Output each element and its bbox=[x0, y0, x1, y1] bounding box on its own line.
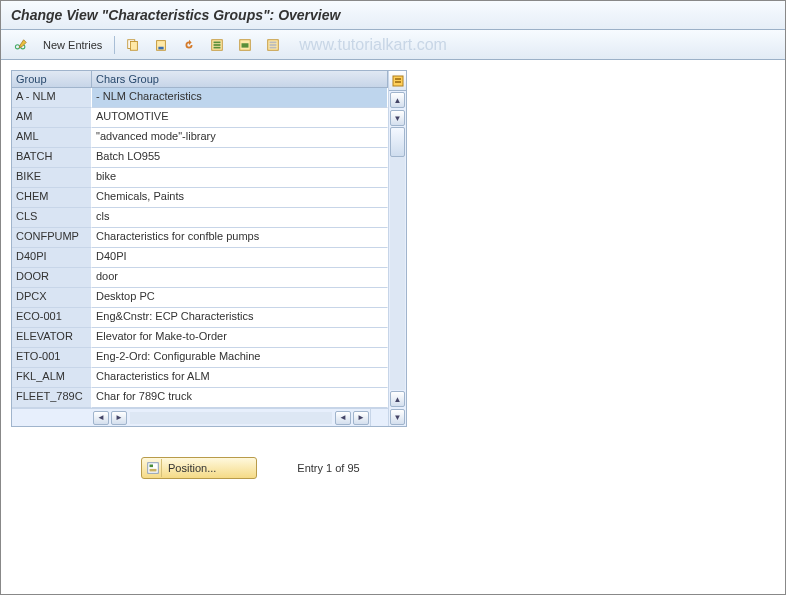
vscroll-up-end-button[interactable]: ▲ bbox=[390, 391, 405, 407]
undo-icon bbox=[182, 38, 196, 52]
cell-group[interactable]: ECO-001 bbox=[12, 308, 92, 328]
glasses-pencil-icon bbox=[14, 38, 28, 52]
cell-chars-group[interactable]: Elevator for Make-to-Order bbox=[92, 328, 388, 348]
undo-button[interactable] bbox=[177, 34, 201, 56]
cell-chars-group[interactable]: Chemicals, Paints bbox=[92, 188, 388, 208]
svg-rect-19 bbox=[147, 463, 158, 474]
vertical-scrollbar: ▲ ▼ ▲ ▼ bbox=[388, 71, 406, 426]
table-row[interactable]: FKL_ALMCharacteristics for ALM bbox=[12, 368, 388, 388]
delete-button[interactable] bbox=[149, 34, 173, 56]
window-title: Change View "Characteristics Groups": Ov… bbox=[1, 1, 785, 30]
cell-chars-group[interactable]: cls bbox=[92, 208, 388, 228]
svg-rect-13 bbox=[270, 41, 277, 43]
select-all-icon bbox=[210, 38, 224, 52]
table-row[interactable]: ECO-001Eng&Cnstr: ECP Characteristics bbox=[12, 308, 388, 328]
table-body: A - NLM- NLM CharacteristicsAMAUTOMOTIVE… bbox=[12, 88, 388, 408]
cell-group[interactable]: A - NLM bbox=[12, 88, 92, 108]
svg-rect-20 bbox=[149, 465, 153, 468]
deselect-all-button[interactable] bbox=[261, 34, 285, 56]
table-row[interactable]: ELEVATORElevator for Make-to-Order bbox=[12, 328, 388, 348]
table-row[interactable]: AMAUTOMOTIVE bbox=[12, 108, 388, 128]
watermark: www.tutorialkart.com bbox=[299, 36, 447, 54]
position-button[interactable]: Position... bbox=[141, 457, 257, 479]
table-row[interactable]: CLScls bbox=[12, 208, 388, 228]
table-header: Group Chars Group bbox=[12, 71, 388, 88]
vscroll-thumb[interactable] bbox=[390, 127, 405, 157]
cell-group[interactable]: ELEVATOR bbox=[12, 328, 92, 348]
svg-rect-17 bbox=[395, 78, 401, 80]
column-header-chars-group[interactable]: Chars Group bbox=[92, 71, 388, 88]
select-block-icon bbox=[238, 38, 252, 52]
cell-chars-group[interactable]: Eng&Cnstr: ECP Characteristics bbox=[92, 308, 388, 328]
cell-chars-group[interactable]: Char for 789C truck bbox=[92, 388, 388, 408]
cell-group[interactable]: ETO-001 bbox=[12, 348, 92, 368]
svg-rect-7 bbox=[214, 41, 221, 43]
table-configure-button[interactable] bbox=[389, 71, 406, 91]
cell-chars-group[interactable]: bike bbox=[92, 168, 388, 188]
cell-group[interactable]: FLEET_789C bbox=[12, 388, 92, 408]
new-entries-button[interactable]: New Entries bbox=[37, 34, 108, 56]
cell-group[interactable]: CONFPUMP bbox=[12, 228, 92, 248]
cell-group[interactable]: CLS bbox=[12, 208, 92, 228]
toolbar: New Entries bbox=[1, 30, 785, 60]
hscroll-track[interactable] bbox=[130, 412, 332, 424]
table-row[interactable]: DOORdoor bbox=[12, 268, 388, 288]
table-row[interactable]: BATCHBatch LO955 bbox=[12, 148, 388, 168]
select-block-button[interactable] bbox=[233, 34, 257, 56]
cell-chars-group[interactable]: Characteristics for ALM bbox=[92, 368, 388, 388]
svg-rect-9 bbox=[214, 46, 221, 48]
svg-rect-14 bbox=[270, 44, 277, 46]
hscroll-left-end-button[interactable]: ◄ bbox=[335, 411, 351, 425]
table-row[interactable]: CHEMChemicals, Paints bbox=[12, 188, 388, 208]
vscroll-track[interactable] bbox=[390, 127, 405, 390]
vscroll-up-button[interactable]: ▲ bbox=[390, 92, 405, 108]
svg-rect-3 bbox=[131, 41, 138, 50]
cell-group[interactable]: AML bbox=[12, 128, 92, 148]
cell-chars-group[interactable]: - NLM Characteristics bbox=[92, 88, 388, 108]
table-row[interactable]: D40PID40PI bbox=[12, 248, 388, 268]
cell-group[interactable]: D40PI bbox=[12, 248, 92, 268]
cell-group[interactable]: CHEM bbox=[12, 188, 92, 208]
cell-chars-group[interactable]: Batch LO955 bbox=[92, 148, 388, 168]
cell-group[interactable]: AM bbox=[12, 108, 92, 128]
select-all-button[interactable] bbox=[205, 34, 229, 56]
column-header-group[interactable]: Group bbox=[12, 71, 92, 88]
horizontal-scrollbar: ◄ ► ◄ ► bbox=[12, 408, 388, 426]
table-row[interactable]: FLEET_789CChar for 789C truck bbox=[12, 388, 388, 408]
vscroll-down-button[interactable]: ▼ bbox=[390, 409, 405, 425]
toolbar-separator bbox=[114, 36, 115, 54]
hscroll-right-button[interactable]: ► bbox=[111, 411, 127, 425]
copy-as-button[interactable] bbox=[121, 34, 145, 56]
toggle-display-change-button[interactable] bbox=[9, 34, 33, 56]
table-row[interactable]: ETO-001Eng-2-Ord: Configurable Machine bbox=[12, 348, 388, 368]
cell-chars-group[interactable]: AUTOMOTIVE bbox=[92, 108, 388, 128]
cell-chars-group[interactable]: door bbox=[92, 268, 388, 288]
hscroll-right-end-button[interactable]: ► bbox=[353, 411, 369, 425]
table-container: Group Chars Group A - NLM- NLM Character… bbox=[11, 70, 407, 427]
cell-chars-group[interactable]: D40PI bbox=[92, 248, 388, 268]
svg-point-0 bbox=[15, 44, 19, 48]
position-icon bbox=[144, 459, 162, 477]
vscroll-down-step-button[interactable]: ▼ bbox=[390, 110, 405, 126]
cell-group[interactable]: BATCH bbox=[12, 148, 92, 168]
footer: Position... Entry 1 of 95 bbox=[11, 457, 775, 479]
table-row[interactable]: AML"advanced mode"-library bbox=[12, 128, 388, 148]
cell-group[interactable]: DOOR bbox=[12, 268, 92, 288]
cell-chars-group[interactable]: Eng-2-Ord: Configurable Machine bbox=[92, 348, 388, 368]
copy-icon bbox=[126, 38, 140, 52]
table-row[interactable]: DPCXDesktop PC bbox=[12, 288, 388, 308]
delete-icon bbox=[154, 38, 168, 52]
cell-group[interactable]: BIKE bbox=[12, 168, 92, 188]
table-row[interactable]: CONFPUMPCharacteristics for confble pump… bbox=[12, 228, 388, 248]
table-row[interactable]: A - NLM- NLM Characteristics bbox=[12, 88, 388, 108]
cell-chars-group[interactable]: Desktop PC bbox=[92, 288, 388, 308]
table-row[interactable]: BIKEbike bbox=[12, 168, 388, 188]
svg-rect-11 bbox=[242, 43, 249, 47]
svg-rect-21 bbox=[149, 469, 156, 472]
deselect-all-icon bbox=[266, 38, 280, 52]
hscroll-left-button[interactable]: ◄ bbox=[93, 411, 109, 425]
cell-group[interactable]: DPCX bbox=[12, 288, 92, 308]
cell-chars-group[interactable]: Characteristics for confble pumps bbox=[92, 228, 388, 248]
cell-chars-group[interactable]: "advanced mode"-library bbox=[92, 128, 388, 148]
cell-group[interactable]: FKL_ALM bbox=[12, 368, 92, 388]
